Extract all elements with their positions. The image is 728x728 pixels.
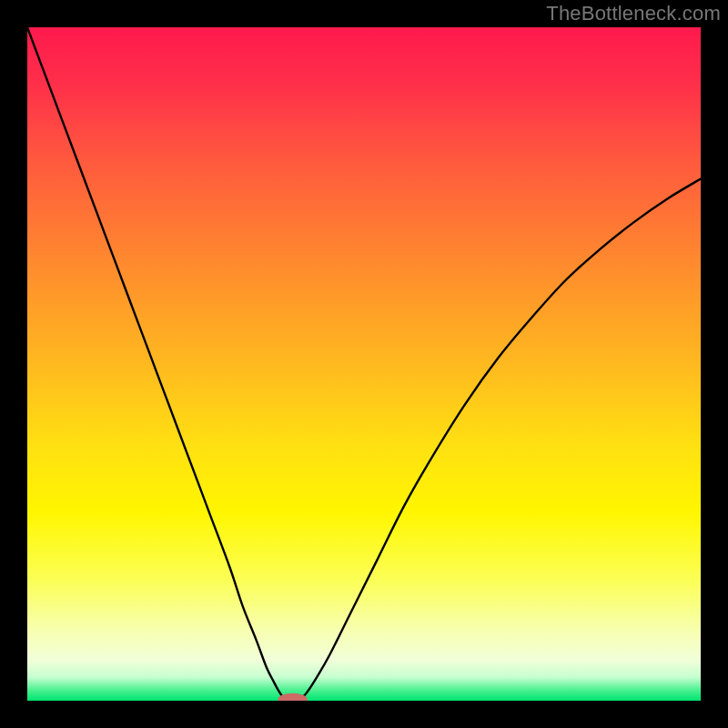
watermark-text: TheBottleneck.com — [546, 2, 721, 25]
chart-frame: TheBottleneck.com — [0, 0, 728, 728]
chart-svg — [27, 27, 701, 701]
plot-area — [27, 27, 701, 701]
gradient-background — [27, 27, 701, 701]
